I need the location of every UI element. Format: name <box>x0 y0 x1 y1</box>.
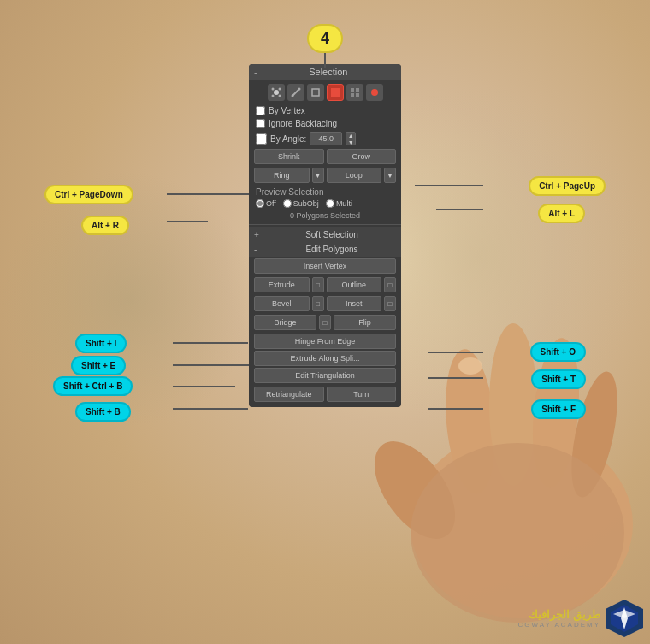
by-vertex-row: By Vertex <box>249 104 401 117</box>
step-badge: 4 <box>307 24 343 53</box>
shift-ctrl-b-line <box>173 386 235 387</box>
ctrl-pageup-line <box>415 185 483 186</box>
retriangulate-turn-row: Retriangulate Turn <box>249 385 401 404</box>
panel-collapse-btn[interactable]: - <box>254 67 261 77</box>
svg-point-6 <box>411 443 624 623</box>
shift-f-line <box>428 408 483 410</box>
svg-point-12 <box>278 95 281 97</box>
bevel-btn[interactable]: Bevel <box>254 296 310 311</box>
inset-settings-btn[interactable]: □ <box>384 296 396 311</box>
preview-section-label: Preview Selection <box>249 185 401 198</box>
svg-point-8 <box>274 90 279 95</box>
record-btn[interactable] <box>366 84 383 101</box>
watermark-logo-icon <box>606 600 643 637</box>
by-vertex-label: By Vertex <box>269 106 305 115</box>
alt-r-line <box>167 221 208 222</box>
edit-polygons-collapse-icon: - <box>254 245 264 254</box>
svg-point-7 <box>458 357 482 375</box>
watermark-latin-text: CGWAY ACADEMY <box>517 621 600 629</box>
ring-loop-row: Ring ▼ Loop ▼ <box>249 166 401 185</box>
bridge-settings-btn[interactable]: □ <box>319 315 331 330</box>
panel-title: Selection <box>261 67 396 77</box>
by-angle-checkbox[interactable] <box>256 133 267 145</box>
bridge-flip-row: Bridge □ Flip <box>249 313 401 332</box>
angle-value-input[interactable] <box>310 132 342 145</box>
svg-point-11 <box>271 95 274 97</box>
bevel-inset-row: Bevel □ Inset □ <box>249 294 401 313</box>
shrink-btn[interactable]: Shrink <box>254 149 324 164</box>
shift-o-line <box>428 352 483 353</box>
alt-l-line <box>436 209 483 210</box>
ignore-backfacing-label: Ignore Backfacing <box>269 119 337 128</box>
ring-arrow-btn[interactable]: ▼ <box>312 168 324 183</box>
hinge-from-edge-btn[interactable]: Hinge From Edge <box>254 334 396 349</box>
outline-btn[interactable]: Outline <box>327 277 382 292</box>
preview-multi-radio[interactable] <box>326 199 334 208</box>
inset-btn[interactable]: Inset <box>327 296 382 311</box>
shift-ctrl-b-badge: Shift + Ctrl + B <box>53 376 133 396</box>
svg-point-9 <box>271 88 274 91</box>
watermark-text: طريق الجرافيك CGWAY ACADEMY <box>517 608 600 629</box>
preview-radio-row: Off SubObj Multi <box>249 198 401 210</box>
shift-t-line <box>428 377 483 379</box>
svg-point-14 <box>291 95 293 97</box>
svg-rect-17 <box>331 88 340 97</box>
svg-rect-16 <box>312 89 319 96</box>
ignore-backfacing-row: Ignore Backfacing <box>249 117 401 130</box>
loop-arrow-btn[interactable]: ▼ <box>384 168 396 183</box>
edge-mode-btn[interactable] <box>287 84 304 101</box>
extrude-along-spline-btn[interactable]: Extrude Along Spli... <box>254 351 396 366</box>
edit-polygons-title: Edit Polygons <box>268 245 396 254</box>
soft-selection-header[interactable]: + Soft Selection <box>249 227 401 242</box>
extrude-outline-row: Extrude □ Outline □ <box>249 275 401 294</box>
extrude-settings-btn[interactable]: □ <box>312 277 324 292</box>
grow-btn[interactable]: Grow <box>327 149 397 164</box>
edit-triangulation-btn[interactable]: Edit Triangulation <box>254 368 396 383</box>
edit-polygons-header[interactable]: - Edit Polygons <box>249 242 401 257</box>
ring-btn[interactable]: Ring <box>254 168 310 183</box>
insert-vertex-btn[interactable]: Insert Vertex <box>254 258 396 274</box>
shift-i-badge: Shift + I <box>75 334 127 353</box>
svg-rect-21 <box>356 93 359 97</box>
preview-multi-label: Multi <box>336 199 352 208</box>
poly-mode-btn[interactable] <box>327 84 344 101</box>
shift-e-line <box>173 364 252 366</box>
outline-settings-btn[interactable]: □ <box>384 277 396 292</box>
element-mode-btn[interactable] <box>346 84 363 101</box>
alt-l-badge: Alt + L <box>538 204 585 223</box>
polygon-status: 0 Polygons Selected <box>249 210 401 222</box>
ctrl-pagedown-line <box>167 193 251 195</box>
vertex-mode-btn[interactable] <box>268 84 285 101</box>
retriangulate-btn[interactable]: Retriangulate <box>254 387 324 402</box>
svg-line-13 <box>292 89 299 96</box>
preview-off-radio[interactable] <box>256 199 264 208</box>
preview-subobj-radio[interactable] <box>283 199 292 208</box>
shift-i-line <box>173 342 248 344</box>
svg-point-10 <box>278 88 281 91</box>
by-angle-row: By Angle: ▲ ▼ <box>249 130 401 147</box>
shift-f-badge: Shift + F <box>531 399 586 419</box>
badge-connector-line <box>324 53 326 68</box>
svg-point-15 <box>298 88 300 91</box>
turn-btn[interactable]: Turn <box>327 387 397 402</box>
watermark-arabic-text: طريق الجرافيك <box>517 608 600 621</box>
angle-spinner[interactable]: ▲ ▼ <box>346 132 356 145</box>
flip-btn[interactable]: Flip <box>334 315 396 330</box>
shift-t-badge: Shift + T <box>531 369 586 389</box>
shift-b-badge: Shift + B <box>75 402 131 422</box>
watermark: طريق الجرافيك CGWAY ACADEMY <box>517 600 643 637</box>
ctrl-pageup-badge: Ctrl + PageUp <box>529 176 606 196</box>
loop-btn[interactable]: Loop <box>327 168 382 183</box>
divider-1 <box>249 224 401 225</box>
preview-subobj-label: SubObj <box>293 199 319 208</box>
by-vertex-checkbox[interactable] <box>256 106 265 115</box>
bridge-btn[interactable]: Bridge <box>254 315 316 330</box>
extrude-btn[interactable]: Extrude <box>254 277 310 292</box>
shrink-grow-row: Shrink Grow <box>249 147 401 166</box>
border-mode-btn[interactable] <box>307 84 324 101</box>
ignore-backfacing-checkbox[interactable] <box>256 119 265 128</box>
bevel-settings-btn[interactable]: □ <box>312 296 324 311</box>
mode-icon-row <box>249 80 401 104</box>
soft-selection-collapse-icon: + <box>254 230 264 239</box>
alt-r-badge: Alt + R <box>81 216 129 235</box>
